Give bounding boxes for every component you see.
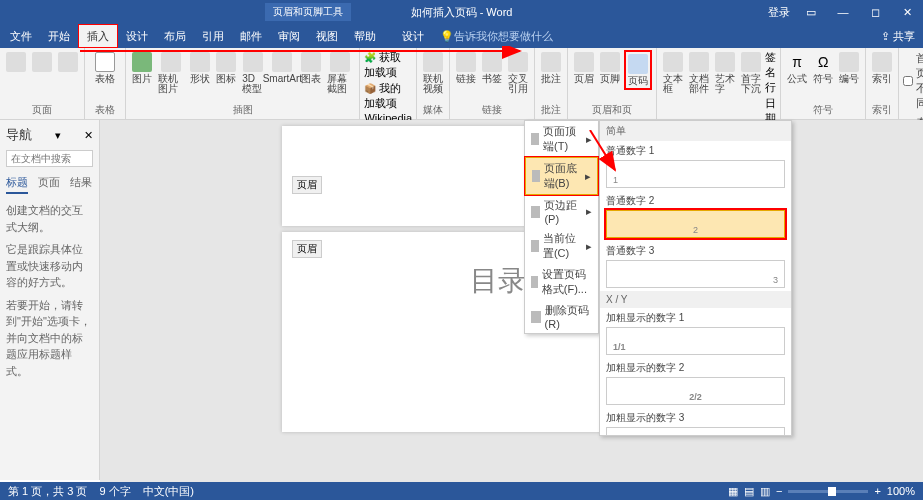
header-button[interactable]: 页眉 bbox=[572, 50, 596, 86]
close-button[interactable]: ✕ bbox=[891, 0, 923, 24]
tab-file[interactable]: 文件 bbox=[2, 24, 40, 48]
signature-line-button[interactable]: 签名行 bbox=[765, 50, 776, 95]
gallery-item-bold3[interactable]: 加粗显示的数字 3 3/3 bbox=[600, 408, 791, 436]
maximize-button[interactable]: ◻ bbox=[859, 0, 891, 24]
online-pic-button[interactable]: 联机图片 bbox=[156, 50, 186, 96]
quickparts-button[interactable]: 文档部件 bbox=[687, 50, 711, 96]
page-break-button[interactable] bbox=[56, 50, 80, 76]
group-comments-label: 批注 bbox=[539, 103, 563, 117]
group-symbols-label: 符号 bbox=[785, 103, 861, 117]
tab-design[interactable]: 设计 bbox=[118, 24, 156, 48]
format-icon bbox=[531, 276, 538, 288]
gallery-item-bold2[interactable]: 加粗显示的数字 2 2/2 bbox=[600, 358, 791, 408]
symbol-button[interactable]: Ω符号 bbox=[811, 50, 835, 86]
icons-button[interactable]: 图标 bbox=[214, 50, 238, 86]
equation-button[interactable]: π公式 bbox=[785, 50, 809, 86]
my-addins-button[interactable]: 📦 我的加载项 bbox=[364, 81, 412, 111]
group-index-label: 索引 bbox=[870, 103, 894, 117]
gallery-header-simple: 简单 bbox=[600, 121, 791, 141]
3d-button[interactable]: 3D模型 bbox=[240, 50, 265, 96]
shapes-button[interactable]: 形状 bbox=[188, 50, 212, 86]
gallery-item-plain3[interactable]: 普通数字 3 3 bbox=[600, 241, 791, 291]
link-button[interactable]: 链接 bbox=[454, 50, 478, 86]
footer-button[interactable]: 页脚 bbox=[598, 50, 622, 86]
zoom-out-button[interactable]: − bbox=[776, 485, 782, 497]
chart-button[interactable]: 图表 bbox=[299, 50, 323, 86]
titlebar: 页眉和页脚工具 如何插入页码 - Word 登录 ▭ — ◻ ✕ bbox=[0, 0, 923, 24]
get-addins-button[interactable]: 🧩 获取加载项 bbox=[364, 50, 412, 80]
tab-layout[interactable]: 布局 bbox=[156, 24, 194, 48]
current-pos-icon bbox=[531, 240, 539, 252]
tell-me[interactable]: 💡 告诉我你想要做什么 bbox=[432, 24, 561, 48]
picture-button[interactable]: 图片 bbox=[130, 50, 154, 86]
nav-tab-results[interactable]: 结果 bbox=[70, 175, 92, 194]
blank-page-button[interactable] bbox=[30, 50, 54, 76]
page-top-icon bbox=[531, 133, 539, 145]
index-button[interactable]: 索引 bbox=[870, 50, 894, 86]
tab-hf-design[interactable]: 设计 bbox=[394, 24, 432, 48]
menu-page-margin[interactable]: 页边距(P)▸ bbox=[525, 195, 598, 228]
menu-current-pos[interactable]: 当前位置(C)▸ bbox=[525, 228, 598, 264]
header-label: 页眉 bbox=[292, 176, 322, 194]
crossref-button[interactable]: 交叉引用 bbox=[506, 50, 530, 96]
view-read-icon[interactable]: ▦ bbox=[728, 485, 738, 498]
menu-page-top[interactable]: 页面顶端(T)▸ bbox=[525, 121, 598, 157]
status-lang[interactable]: 中文(中国) bbox=[143, 484, 194, 499]
gallery-item-plain2[interactable]: 普通数字 2 2 bbox=[600, 191, 791, 241]
tab-help[interactable]: 帮助 bbox=[346, 24, 384, 48]
view-print-icon[interactable]: ▤ bbox=[744, 485, 754, 498]
comment-button[interactable]: 批注 bbox=[539, 50, 563, 86]
tab-mail[interactable]: 邮件 bbox=[232, 24, 270, 48]
bookmark-button[interactable]: 书签 bbox=[480, 50, 504, 86]
zoom-in-button[interactable]: + bbox=[874, 485, 880, 497]
status-page[interactable]: 第 1 页，共 3 页 bbox=[8, 484, 87, 499]
nav-dropdown-icon[interactable]: ▾ bbox=[55, 129, 61, 142]
navigation-pane: 导航 ▾ ✕ 标题 页面 结果 创建文档的交互式大纲。 它是跟踪具体位置或快速移… bbox=[0, 120, 100, 480]
menu-format-number[interactable]: 设置页码格式(F)... bbox=[525, 264, 598, 300]
contextual-tab-label: 页眉和页脚工具 bbox=[265, 3, 351, 21]
number-button[interactable]: 编号 bbox=[837, 50, 861, 86]
tab-review[interactable]: 审阅 bbox=[270, 24, 308, 48]
nav-hint: 创建文档的交互式大纲。 它是跟踪具体位置或快速移动内容的好方式。 若要开始，请转… bbox=[6, 202, 93, 379]
document-title: 如何插入页码 - Word bbox=[411, 5, 513, 20]
screenshot-button[interactable]: 屏幕截图 bbox=[325, 50, 355, 96]
minimize-button[interactable]: — bbox=[827, 0, 859, 24]
table-button[interactable]: 表格 bbox=[89, 50, 121, 86]
group-illustrations-label: 插图 bbox=[130, 103, 355, 117]
gallery-item-bold1[interactable]: 加粗显示的数字 1 1/1 bbox=[600, 308, 791, 358]
view-web-icon[interactable]: ▥ bbox=[760, 485, 770, 498]
tab-view[interactable]: 视图 bbox=[308, 24, 346, 48]
tab-references[interactable]: 引用 bbox=[194, 24, 232, 48]
page-number-button[interactable]: 页码 bbox=[624, 50, 652, 90]
tell-me-label: 告诉我你想要做什么 bbox=[454, 29, 553, 44]
online-video-button[interactable]: 联机视频 bbox=[421, 50, 445, 96]
textbox-button[interactable]: 文本框 bbox=[661, 50, 685, 96]
chk-first-page[interactable]: 首页不同 bbox=[903, 50, 923, 112]
document-area[interactable]: 页眉 页眉 目录页 bbox=[100, 120, 923, 482]
nav-close-icon[interactable]: ✕ bbox=[84, 129, 93, 142]
nav-tab-headings[interactable]: 标题 bbox=[6, 175, 28, 194]
page-number-menu: 页面顶端(T)▸ 页面底端(B)▸ 页边距(P)▸ 当前位置(C)▸ 设置页码格… bbox=[524, 120, 599, 334]
zoom-slider[interactable] bbox=[788, 490, 868, 493]
status-words[interactable]: 9 个字 bbox=[99, 484, 130, 499]
group-headerfooter-label: 页眉和页 bbox=[572, 103, 652, 117]
page-margin-icon bbox=[531, 206, 540, 218]
login-button[interactable]: 登录 bbox=[763, 0, 795, 24]
delete-icon bbox=[531, 311, 541, 323]
share-button[interactable]: ⇪ 共享 bbox=[881, 29, 915, 44]
smartart-button[interactable]: SmartArt bbox=[268, 50, 298, 86]
menu-page-bottom[interactable]: 页面底端(B)▸ bbox=[525, 157, 598, 195]
tab-insert[interactable]: 插入 bbox=[78, 24, 118, 48]
dropcap-button[interactable]: 首字下沉 bbox=[739, 50, 763, 96]
gallery-item-plain1[interactable]: 普通数字 1 1 bbox=[600, 141, 791, 191]
header-label: 页眉 bbox=[292, 240, 322, 258]
menu-delete-number[interactable]: 删除页码(R) bbox=[525, 300, 598, 333]
zoom-level[interactable]: 100% bbox=[887, 485, 915, 497]
wordart-button[interactable]: 艺术字 bbox=[713, 50, 737, 96]
cover-page-button[interactable] bbox=[4, 50, 28, 76]
ribbon-options-icon[interactable]: ▭ bbox=[795, 0, 827, 24]
nav-search-input[interactable] bbox=[6, 150, 93, 167]
tab-home[interactable]: 开始 bbox=[40, 24, 78, 48]
nav-tab-pages[interactable]: 页面 bbox=[38, 175, 60, 194]
menubar: 文件 开始 插入 设计 布局 引用 邮件 审阅 视图 帮助 设计 💡 告诉我你想… bbox=[0, 24, 923, 48]
